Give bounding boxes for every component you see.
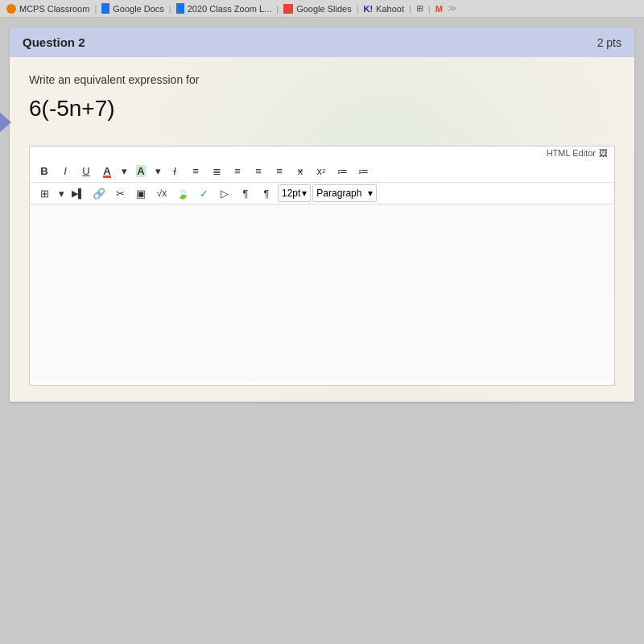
- toolbar-row-1: B I U A ▾: [30, 159, 614, 183]
- unordered-list-button[interactable]: ≔: [332, 162, 352, 180]
- question-points: 2 pts: [597, 36, 621, 49]
- question-instruction: Write an equivalent expression for: [29, 73, 615, 86]
- tab-slides-label: Google Slides: [296, 4, 352, 14]
- mcps-icon: [6, 4, 16, 14]
- align-left-button[interactable]: ≡: [186, 162, 205, 180]
- kahoot-icon: K!: [364, 4, 374, 14]
- html-editor-label-row: HTML Editor 🖼: [30, 147, 614, 159]
- toolbar-row-2: ⊞ ▾ ▶▌ 🔗 ✂ ▣ √x 🍃 ✓ ▷ ¶ ¶ 12pt: [30, 183, 614, 204]
- answer-textarea[interactable]: [30, 204, 614, 382]
- check-button[interactable]: ✓: [194, 184, 213, 202]
- grid-icon: ⊞: [416, 3, 423, 14]
- bg-color-dropdown[interactable]: ▾: [152, 162, 163, 180]
- table-button[interactable]: ⊞: [35, 184, 54, 202]
- question-body: Write an equivalent expression for 6(-5n…: [10, 57, 634, 402]
- gmail-icon: M: [436, 4, 443, 14]
- slides-icon: [283, 4, 293, 14]
- tab-gmail[interactable]: M: [436, 4, 443, 14]
- pilcrow2-button[interactable]: ¶: [257, 184, 276, 202]
- align-right-button[interactable]: ≡: [228, 162, 247, 180]
- tab-kahoot-label: Kahoot: [376, 4, 404, 14]
- font-size-arrow: ▾: [302, 188, 307, 199]
- question-title: Question 2: [23, 35, 85, 49]
- paragraph-arrow: ▾: [368, 188, 373, 199]
- tab-kahoot[interactable]: K! Kahoot: [364, 4, 404, 14]
- bookmarks-bar: MCPS Classroom | Google Docs | 2020 Clas…: [0, 0, 644, 18]
- font-size-dropdown[interactable]: 12pt ▾: [278, 184, 311, 202]
- underline-button[interactable]: U: [76, 162, 96, 180]
- subscript-button[interactable]: x2: [312, 162, 331, 180]
- paragraph-label: Paragraph: [316, 188, 361, 199]
- align-center-button[interactable]: ≣: [207, 162, 226, 180]
- tab-google-docs[interactable]: Google Docs: [101, 3, 164, 14]
- editor-container: HTML Editor 🖼 B I U A: [29, 146, 615, 386]
- leaf-button[interactable]: 🍃: [173, 184, 192, 202]
- link-button[interactable]: 🔗: [89, 184, 109, 202]
- tab-gdocs-label: Google Docs: [113, 4, 164, 14]
- left-arrow-indicator: [0, 113, 11, 132]
- paragraph-dropdown[interactable]: Paragraph ▾: [312, 184, 377, 202]
- scissors-button[interactable]: ✂: [110, 184, 130, 202]
- image-button[interactable]: ▣: [131, 184, 151, 202]
- tab-slides[interactable]: Google Slides: [283, 4, 352, 14]
- tab-mcps-label: MCPS Classroom: [19, 4, 89, 14]
- question-header: Question 2 2 pts: [10, 27, 634, 57]
- question-card: Question 2 2 pts Write an equivalent exp…: [10, 27, 634, 402]
- bg-color-a: A: [136, 165, 145, 177]
- tab-zoom[interactable]: 2020 Class Zoom L...: [176, 3, 272, 14]
- tab-mcps[interactable]: MCPS Classroom: [6, 4, 89, 14]
- indent-button[interactable]: ≡: [270, 162, 289, 180]
- main-content: Question 2 2 pts Write an equivalent exp…: [0, 18, 644, 644]
- font-color-bar: [103, 175, 110, 178]
- tab-grid[interactable]: ⊞: [416, 3, 423, 14]
- bg-color-button[interactable]: A: [131, 162, 151, 180]
- media-button[interactable]: ▶▌: [68, 184, 88, 202]
- bold-button[interactable]: B: [35, 162, 54, 180]
- pilcrow-button[interactable]: ¶: [236, 184, 255, 202]
- table-dropdown[interactable]: ▾: [56, 184, 67, 202]
- font-size-value: 12pt: [282, 188, 300, 199]
- sqrt-button[interactable]: √x: [152, 184, 171, 202]
- tab-zoom-label: 2020 Class Zoom L...: [188, 4, 272, 14]
- gdocs-icon: [101, 3, 109, 14]
- font-color-button[interactable]: A: [97, 162, 117, 180]
- strikethrough-italic-button[interactable]: I: [165, 162, 184, 180]
- ordered-list-button[interactable]: ≔: [353, 162, 373, 180]
- play-button[interactable]: ▷: [215, 184, 234, 202]
- zoom-icon: [176, 3, 184, 14]
- font-color-dropdown[interactable]: ▾: [118, 162, 130, 180]
- strikethrough-button[interactable]: x: [291, 162, 310, 180]
- justify-button[interactable]: ≡: [249, 162, 268, 180]
- italic-button[interactable]: I: [56, 162, 75, 180]
- html-editor-text: HTML Editor: [547, 148, 596, 158]
- font-color-a: A: [103, 165, 110, 177]
- question-math-expression: 6(-5n+7): [29, 96, 615, 122]
- html-editor-icon: 🖼: [599, 148, 608, 158]
